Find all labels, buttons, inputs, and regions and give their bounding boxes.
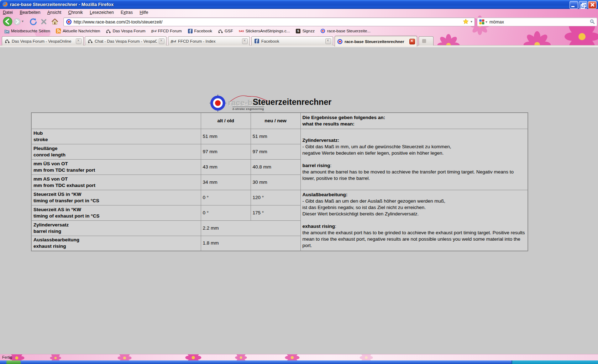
browser-window: race-base Steuerzeitenrechner - Mozilla … <box>0 0 598 364</box>
flower-decoration <box>117 354 132 361</box>
value-old: 97 mm <box>201 144 251 159</box>
target-icon <box>337 39 343 44</box>
url-bar[interactable]: http://www.race-base.com/2t-tools/steuer… <box>63 17 475 26</box>
page-content: race-base 2-stroke engineering Steuerzei… <box>0 47 598 355</box>
navigation-toolbar: ▾ http://www.race-base.com/2t-tools/steu… <box>0 16 598 27</box>
menu-chronik[interactable]: Chronik <box>65 9 86 16</box>
restore-button[interactable] <box>579 1 587 9</box>
column-header-new: neu / new <box>251 113 300 129</box>
search-box[interactable]: ▾ mömax <box>477 17 597 26</box>
forward-button[interactable] <box>14 18 21 25</box>
race-base-logo-target-icon <box>209 95 226 112</box>
browser-chrome: Datei Bearbeiten Ansicht Chronik Lesezei… <box>0 9 598 47</box>
value-new: 97 mm <box>251 144 300 159</box>
table-row: Hubstroke 51 mm 51 mm Zylinderversatz: -… <box>31 129 528 144</box>
bookmark-meistbesuchte-seiten[interactable]: Meistbesuchte Seiten <box>1 28 53 34</box>
partial-tab[interactable] <box>419 36 434 46</box>
search-engine-google-icon[interactable] <box>479 19 484 25</box>
bookmark-ffcd-forum[interactable]: ffcdFFCD Forum <box>148 28 184 34</box>
flower-decoration <box>235 354 247 361</box>
ffcd-icon: ffcd <box>151 28 156 34</box>
facebook-icon <box>254 38 259 44</box>
scooter-icon <box>106 28 111 34</box>
bookmark-race-base[interactable]: race-base Steuerzeite... <box>318 28 373 34</box>
search-input[interactable]: mömax <box>489 20 504 25</box>
flower-decoration <box>285 354 300 361</box>
empty-header-cell <box>31 113 201 129</box>
menu-hilfe[interactable]: Hilfe <box>137 9 151 16</box>
menu-datei[interactable]: Datei <box>0 9 16 16</box>
menu-extras[interactable]: Extras <box>118 9 136 16</box>
bookmark-das-vespa-forum[interactable]: Das Vespa Forum <box>103 28 148 34</box>
signzz-icon: S <box>295 28 301 34</box>
value-new: 30 mm <box>251 175 300 190</box>
value-result: 1.8 mm <box>201 236 300 251</box>
home-button[interactable] <box>51 18 59 26</box>
table-row: Steuerzeit ÜS in °KWtiming of transfer p… <box>31 190 528 205</box>
tab-close-icon[interactable] <box>325 38 331 44</box>
sas-icon: SAS <box>239 28 244 34</box>
folder-search-icon <box>4 28 10 34</box>
page-title: Steuerzeitenrechner <box>253 97 331 107</box>
tab-ffcd-forum[interactable]: ffcd FFCD Forum - Index <box>168 36 250 46</box>
bookmarks-bar: Meistbesuchte Seiten Aktuelle Nachrichte… <box>0 27 598 35</box>
window-title: race-base Steuerzeitenrechner - Mozilla … <box>10 2 114 7</box>
scooter-icon <box>87 38 93 44</box>
url-input[interactable]: http://www.race-base.com/2t-tools/steuer… <box>74 20 162 25</box>
value-old: 51 mm <box>201 129 251 144</box>
start-button[interactable] <box>6 360 21 364</box>
facebook-icon <box>188 28 193 34</box>
table-header-row: alt / old neu / new Die Ergebnisse geben… <box>31 113 528 129</box>
scooter-icon <box>4 38 10 44</box>
back-button[interactable] <box>3 17 12 26</box>
stop-button[interactable] <box>40 18 47 25</box>
windows-taskbar <box>0 360 598 364</box>
info-block-zylinderversatz: Zylinderversatz: - Gibt das Maß in mm, u… <box>300 129 528 190</box>
bookmark-stickersandstripings[interactable]: SASStickersAndStripings.c... <box>236 28 293 34</box>
bookmark-star-icon[interactable] <box>463 18 469 25</box>
value-old: 43 mm <box>201 159 251 175</box>
menu-lesezeichen[interactable]: Lesezeichen <box>87 9 116 16</box>
value-old: 34 mm <box>201 175 251 190</box>
firefox-icon <box>2 1 8 7</box>
menu-ansicht[interactable]: Ansicht <box>44 9 64 16</box>
menu-bearbeiten[interactable]: Bearbeiten <box>17 9 43 16</box>
value-old: 0 ° <box>201 190 251 205</box>
flower-decoration <box>185 354 201 361</box>
ffcd-icon: ffcd <box>171 38 176 44</box>
target-icon <box>320 28 326 34</box>
rss-icon <box>56 28 61 34</box>
bookmark-gsf[interactable]: GSF <box>215 28 236 34</box>
tab-race-base-active[interactable]: race-base Steuerzeitenrechner <box>335 36 417 47</box>
tab-close-icon[interactable] <box>409 39 415 44</box>
tab-close-icon[interactable] <box>242 38 248 44</box>
info-block-auslassbearbeitung: Auslaßbearbeitung: - Gibt das Maß an um … <box>300 190 528 251</box>
system-tray <box>512 360 598 364</box>
site-favicon-target-icon <box>66 19 72 25</box>
flower-decoration <box>360 354 373 361</box>
scooter-icon <box>218 28 223 34</box>
tab-bar: Das Vespa Forum - VespaOnline Chat - Das… <box>0 35 598 47</box>
back-history-dropdown-icon[interactable]: ▾ <box>22 19 23 23</box>
status-text: Fertig <box>2 355 12 359</box>
search-go-icon[interactable] <box>589 19 595 25</box>
tab-close-icon[interactable] <box>76 38 82 44</box>
reload-button[interactable] <box>29 18 37 26</box>
tab-facebook[interactable]: Facebook <box>251 36 333 46</box>
value-new: 120 ° <box>251 190 300 205</box>
value-new: 40.8 mm <box>251 159 300 175</box>
tab-close-icon[interactable] <box>159 38 164 44</box>
search-engine-dropdown-icon[interactable]: ▾ <box>486 20 487 24</box>
minimize-button[interactable] <box>570 1 578 9</box>
url-dropdown-icon[interactable]: ▾ <box>471 20 472 23</box>
close-button[interactable] <box>588 1 597 9</box>
tab-das-vespa-forum[interactable]: Das Vespa Forum - VespaOnline <box>2 36 84 46</box>
column-header-old: alt / old <box>201 113 251 129</box>
bookmark-signzz[interactable]: SSignzz <box>293 28 318 34</box>
tab-chat-das-vespa-forum[interactable]: Chat - Das Vespa Forum - VespaOnline <box>85 36 167 46</box>
window-titlebar: race-base Steuerzeitenrechner - Mozilla … <box>0 0 598 9</box>
value-new: 51 mm <box>251 129 300 144</box>
bookmark-aktuelle-nachrichten[interactable]: Aktuelle Nachrichten <box>53 28 103 34</box>
bookmark-facebook[interactable]: Facebook <box>185 28 215 34</box>
value-old: 0 ° <box>201 205 251 220</box>
